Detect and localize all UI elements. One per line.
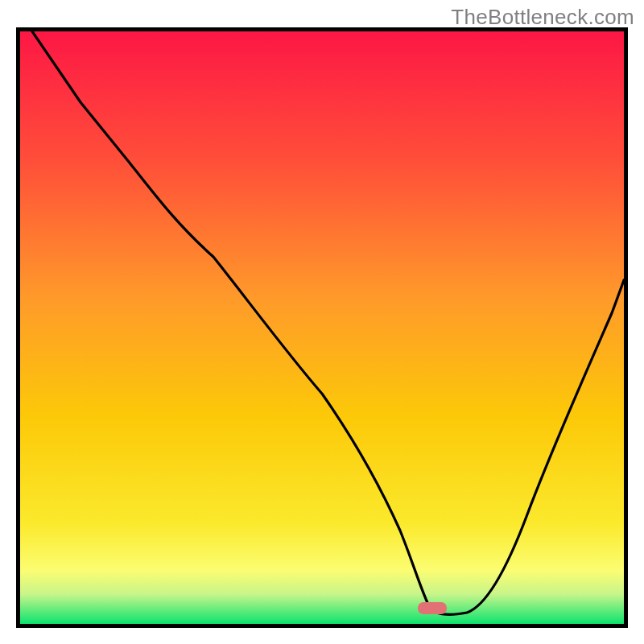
optimum-marker [418,602,447,614]
gradient-rect [20,31,624,624]
watermark-text: TheBottleneck.com [451,5,634,30]
chart-plot-area [16,27,628,628]
chart-background-gradient [20,31,624,624]
